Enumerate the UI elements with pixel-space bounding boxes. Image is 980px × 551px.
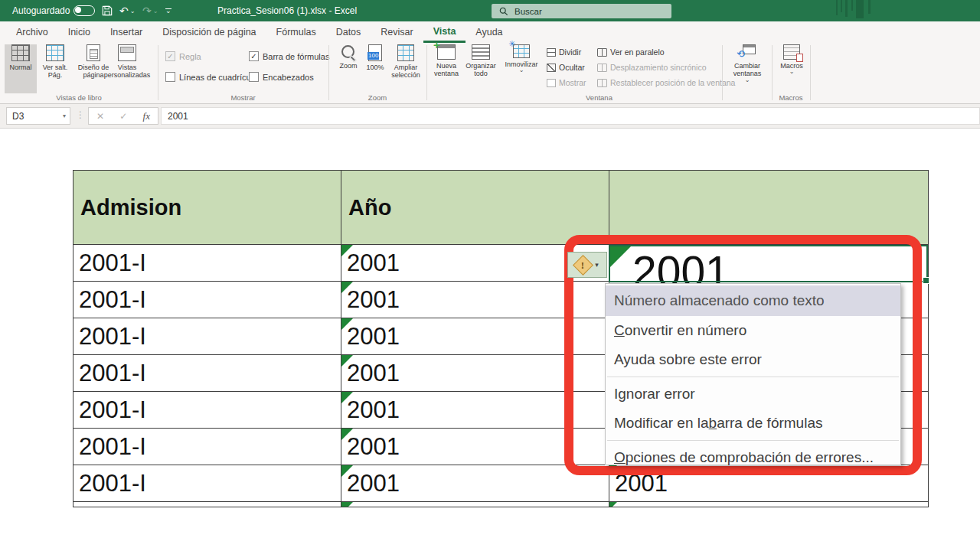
tab-inicio[interactable]: Inicio (58, 21, 100, 43)
checkbox-lineas-de-cuadricula[interactable]: Líneas de cuadrícula (165, 72, 257, 82)
zoom-button[interactable]: Zoom (335, 44, 362, 93)
menu-separator (607, 377, 899, 377)
tab-archivo[interactable]: Archivo (6, 21, 58, 43)
error-options-menu: Número almacenado como texto Convertir e… (605, 283, 901, 465)
menu-item-ignorar-error[interactable]: Ignorar error (606, 380, 900, 409)
autosave-label: Autoguardado (12, 0, 70, 21)
tab-revisar[interactable]: Revisar (371, 21, 423, 43)
custom-views-button[interactable]: Vistas personalizadas (98, 44, 156, 93)
tab-disposicion[interactable]: Disposición de página (152, 21, 266, 43)
zoom-magnifier-icon (341, 44, 356, 60)
macros-button[interactable]: Macros ⌄ (775, 44, 808, 93)
cell-b4[interactable]: 2001-I (74, 282, 341, 318)
group-separator (810, 45, 811, 100)
zoom-100-button[interactable]: 100 100% (363, 44, 387, 93)
error-triangle-icon (341, 392, 353, 403)
name-box[interactable]: D3 ▾ (6, 107, 70, 125)
hide-icon (547, 64, 556, 72)
page-break-preview-button[interactable]: Ver salt. Pág. (38, 44, 72, 93)
chevron-down-icon: ⌄ (745, 78, 750, 83)
tab-formulas[interactable]: Fórmulas (266, 21, 326, 43)
error-warning-icon: ! (573, 255, 593, 276)
fill-handle[interactable] (923, 277, 929, 284)
unhide-button[interactable]: Mostrar (547, 78, 586, 87)
search-input[interactable]: Buscar (492, 4, 671, 18)
group-separator (158, 45, 158, 100)
checkbox-regla[interactable]: ✓ Regla (165, 51, 201, 61)
table-row-partial (74, 502, 929, 507)
hide-button[interactable]: Ocultar (547, 63, 585, 72)
checkbox-barra-de-formulas[interactable]: ✓ Barra de fórmulas (249, 51, 329, 61)
tab-vista[interactable]: Vista (423, 21, 466, 43)
titlebar-decoration (868, 0, 871, 14)
formula-input[interactable]: 2001 (161, 107, 980, 125)
more-options-icon: ⋮ (76, 109, 85, 120)
dropdown-arrow-icon: ▾ (595, 261, 599, 269)
enter-button[interactable]: ✓ (119, 111, 127, 122)
save-button[interactable] (102, 0, 113, 21)
error-triangle-icon (341, 318, 353, 330)
cell-c10[interactable] (341, 502, 609, 507)
cell-d10[interactable] (609, 502, 929, 507)
tab-datos[interactable]: Datos (326, 21, 371, 43)
autosave-toggle[interactable] (74, 0, 95, 21)
chevron-down-icon: ⌄ (153, 8, 158, 15)
new-window-icon: + (437, 44, 456, 60)
cell-b8[interactable]: 2001-I (74, 429, 341, 465)
header-cell-admision[interactable]: Admision (74, 171, 341, 245)
view-side-by-side-button[interactable]: Ver en paralelo (597, 47, 665, 57)
switch-windows-icon: ⟲ (738, 44, 756, 60)
ribbon: Normal Ver salt. Pág. Diseño de página V… (0, 43, 980, 104)
cell-b3[interactable]: 2001-I (74, 245, 341, 282)
freeze-panes-button[interactable]: ✳ Inmovilizar ⌄ (499, 44, 544, 93)
group-label-ventana: Ventana (426, 93, 772, 102)
title-bar: Autoguardado ↶⌄ ↷⌄ ⌄ Practica_Sesion06 (… (0, 0, 980, 21)
arrange-all-icon (472, 44, 490, 60)
cell-b10[interactable] (74, 502, 341, 507)
quick-access-customize-button[interactable]: ⌄ (165, 0, 172, 21)
new-window-button[interactable]: + Nueva ventana (430, 44, 462, 93)
redo-button[interactable]: ↷⌄ (142, 0, 158, 21)
formula-bar: D3 ▾ ⋮ ✕ ✓ fx 2001 (0, 104, 980, 129)
header-cell-d[interactable] (609, 171, 929, 245)
menu-item-convertir-en-numero[interactable]: Convertir en número (606, 316, 900, 345)
insert-function-button[interactable]: fx (143, 110, 150, 122)
titlebar-decoration (856, 0, 864, 18)
checkbox-checked-icon: ✓ (165, 51, 175, 61)
menu-item-numero-almacenado-como-texto: Número almacenado como texto (606, 285, 900, 316)
error-triangle-icon (609, 502, 617, 507)
checkbox-encabezados[interactable]: Encabezados (249, 72, 314, 82)
undo-button[interactable]: ↶⌄ (119, 0, 135, 21)
synchronous-scrolling-button[interactable]: Desplazamiento sincrónico (597, 63, 706, 72)
cell-b7[interactable]: 2001-I (74, 392, 341, 429)
tab-insertar[interactable]: Insertar (100, 21, 152, 43)
zoom-to-selection-button[interactable]: Ampliar selección (388, 44, 423, 93)
cell-b9[interactable]: 2001-I (74, 465, 341, 502)
group-label-zoom: Zoom (328, 93, 426, 102)
menu-item-modificar-en-barra-de-formulas[interactable]: Modificar en la barra de fórmulas (606, 409, 900, 438)
normal-view-icon (11, 44, 30, 61)
normal-view-button[interactable]: Normal (5, 44, 37, 93)
switch-windows-button[interactable]: ⟲ Cambiar ventanas ⌄ (726, 44, 769, 93)
reset-window-position-button[interactable]: Restablecer posición de la ventana (597, 78, 735, 87)
header-cell-anio[interactable]: Año (341, 171, 609, 245)
cell-b6[interactable]: 2001-I (74, 355, 341, 392)
group-separator (722, 45, 723, 100)
arrange-all-button[interactable]: Organizar todo (462, 44, 499, 93)
cancel-button[interactable]: ✕ (96, 111, 104, 122)
checkbox-checked-icon: ✓ (249, 51, 259, 61)
cell-b5[interactable]: 2001-I (74, 318, 341, 355)
error-triangle-icon (341, 245, 353, 256)
redo-icon: ↷ (142, 0, 152, 21)
error-options-button[interactable]: ! ▾ (567, 252, 607, 278)
menu-item-ayuda-sobre-este-error[interactable]: Ayuda sobre este error (606, 345, 900, 374)
undo-icon: ↶ (119, 0, 129, 21)
page-break-preview-icon (46, 44, 64, 61)
table-header-row: Admision Año (74, 171, 929, 245)
titlebar-decoration (851, 0, 853, 11)
split-button[interactable]: Dividir (547, 47, 581, 57)
menu-item-opciones-de-comprobacion-de-errores[interactable]: Opciones de comprobación de errores... (606, 443, 900, 472)
split-icon (547, 48, 556, 57)
tab-ayuda[interactable]: Ayuda (466, 21, 512, 43)
macros-icon (783, 44, 800, 60)
